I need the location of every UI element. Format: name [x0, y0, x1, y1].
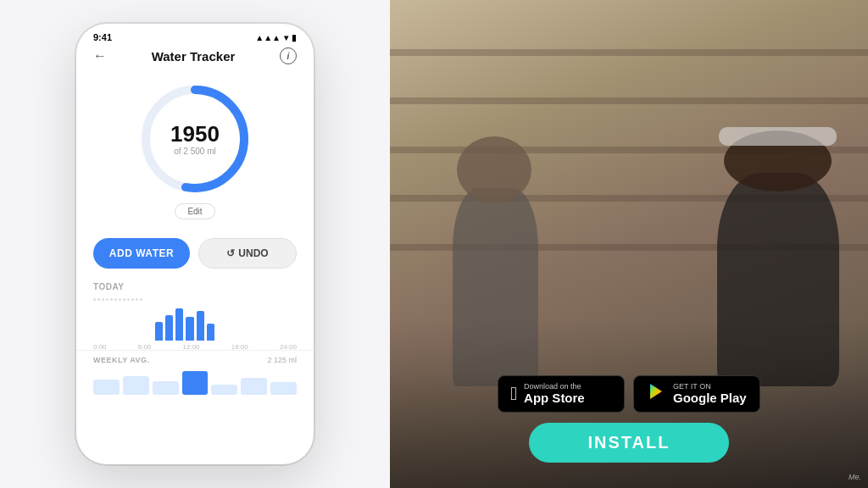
app-store-button[interactable]:  Download on the App Store [498, 375, 625, 413]
weekly-header: WEEKLY AVG. 2 125 ml [93, 356, 297, 364]
google-play-bottom-label: Google Play [673, 391, 747, 406]
app-store-top-label: Download on the [524, 383, 585, 391]
weekly-label: WEEKLY AVG. [93, 356, 150, 364]
google-play-button[interactable]: GET IT ON Google Play [633, 375, 760, 413]
weekly-bar-1 [93, 380, 120, 395]
app-store-text: Download on the App Store [524, 383, 585, 406]
screen-title: Water Tracker [152, 49, 236, 64]
time-labels: 0:00 6:00 12:00 18:00 24:00 [93, 343, 297, 351]
left-panel: 9:41 ▲▲▲ ▾ ▮ ← Water Tracker i [0, 0, 390, 488]
circle-tracker: 1950 of 2 500 ml Edit [76, 73, 314, 231]
watermark: Me. [849, 473, 861, 481]
progress-ring: 1950 of 2 500 ml [136, 80, 254, 198]
google-play-top-label: GET IT ON [673, 383, 747, 391]
bar-row [93, 302, 297, 341]
back-arrow-icon[interactable]: ← [93, 48, 107, 64]
cta-container:  Download on the App Store [390, 375, 868, 463]
water-of-label: of 2 500 ml [170, 147, 220, 156]
google-play-text: GET IT ON Google Play [673, 383, 747, 406]
time-24: 24:00 [280, 343, 297, 351]
apple-icon:  [510, 383, 517, 405]
status-bar: 9:41 ▲▲▲ ▾ ▮ [76, 24, 314, 47]
time-0: 0:00 [93, 343, 107, 351]
app-store-bottom-label: App Store [524, 391, 585, 406]
right-panel:  Download on the App Store [390, 0, 868, 488]
wifi-icon: ▾ [284, 33, 288, 42]
undo-label: UNDO [238, 247, 268, 259]
battery-icon: ▮ [292, 33, 297, 42]
store-buttons:  Download on the App Store [498, 375, 760, 413]
undo-icon: ↺ [226, 247, 235, 259]
undo-button[interactable]: ↺ UNDO [198, 238, 297, 269]
today-label: TODAY [93, 282, 297, 291]
today-chart: 0:00 6:00 12:00 18:00 24:00 [93, 298, 297, 345]
circle-text: 1950 of 2 500 ml [170, 123, 220, 156]
time-6: 6:00 [138, 343, 152, 351]
action-buttons: ADD WATER ↺ UNDO [76, 231, 314, 277]
phone-mockup: 9:41 ▲▲▲ ▾ ▮ ← Water Tracker i [76, 24, 314, 464]
weekly-bar-5 [211, 385, 237, 395]
weekly-bar-6 [241, 378, 267, 395]
weekly-bar-7 [270, 382, 297, 395]
time-12: 12:00 [183, 343, 200, 351]
status-icons: ▲▲▲ ▾ ▮ [255, 33, 297, 42]
weekly-bar-2 [123, 376, 149, 395]
weekly-bars [93, 369, 297, 395]
add-water-button[interactable]: ADD WATER [93, 238, 190, 269]
phone-header: ← Water Tracker i [76, 47, 314, 73]
signal-icon: ▲▲▲ [255, 33, 281, 42]
play-icon [646, 381, 666, 407]
time-18: 18:00 [231, 343, 248, 351]
today-section: TODAY [76, 277, 314, 350]
status-time: 9:41 [93, 32, 112, 42]
info-icon[interactable]: i [280, 47, 297, 64]
weekly-value: 2 125 ml [267, 356, 297, 364]
svg-marker-2 [650, 384, 662, 399]
water-amount: 1950 [170, 123, 220, 145]
install-button[interactable]: INSTALL [529, 423, 730, 463]
edit-button[interactable]: Edit [175, 203, 214, 219]
weekly-section: WEEKLY AVG. 2 125 ml [76, 350, 314, 400]
weekly-bar-4 [182, 371, 209, 395]
weekly-bar-3 [153, 381, 179, 395]
dot-line [93, 298, 297, 301]
